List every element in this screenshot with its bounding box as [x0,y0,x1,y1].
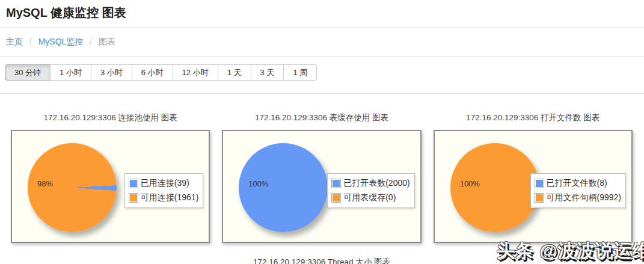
legend: 已打开表数(2000)可用表缓存(0) [327,173,414,208]
time-range-button[interactable]: 1 周 [283,64,317,81]
legend-label: 可用文件句柄(9992) [547,193,621,202]
watermark: 头条 @波波说运维 [497,239,644,263]
legend-swatch [129,179,138,188]
breadcrumb-separator: / [90,37,92,46]
chart-panel: 100% 已打开表数(2000)可用表缓存(0) [222,130,421,243]
chart-column: 172.16.20.129:3306 表缓存使用 图表 100% 已打开表数(2… [222,112,421,243]
next-chart-title-partial: 172.16.20.129:3306 Thread 大小 图表 [221,257,422,264]
chart-panel: 100% 已打开文件数(8)可用文件句柄(9992) [434,130,633,243]
time-range-button[interactable]: 6 小时 [132,64,173,81]
legend-label: 可用表缓存(0) [343,193,396,202]
time-range-group: 30 分钟1 小时3 小时6 小时12 小时1 天3 天1 周 [5,64,317,81]
pie-percent-label: 100% [248,179,268,188]
legend-swatch [332,194,340,202]
legend-item: 可用连接(1961) [129,193,198,202]
time-range-button[interactable]: 3 小时 [91,64,132,81]
legend-swatch [535,194,544,202]
breadcrumb-separator: / [29,37,32,46]
time-range-button[interactable]: 1 小时 [50,64,91,81]
time-range-button[interactable]: 30 分钟 [5,64,51,81]
page-header: MySQL 健康监控 图表 [0,0,644,28]
legend: 已打开文件数(8)可用文件句柄(9992) [530,173,626,208]
legend-swatch [332,179,340,188]
legend-item: 可用表缓存(0) [332,193,409,202]
legend-label: 已打开文件数(8) [547,179,607,188]
pie-percent-label: 100% [460,179,480,188]
legend-swatch [535,179,544,188]
breadcrumb: 主页 / MySQL监控 / 图表 [0,28,644,57]
legend-item: 可用文件句柄(9992) [535,193,621,202]
breadcrumb-current: 图表 [99,37,115,46]
legend-label: 可用连接(1961) [141,193,198,202]
time-range-button[interactable]: 3 天 [251,64,284,81]
charts-row: 172.16.20.129:3306 连接池使用 图表 98% 已用连接(39)… [11,112,633,243]
chart-title: 172.16.20.129:3306 表缓存使用 图表 [222,112,421,123]
time-range-button[interactable]: 1 天 [218,64,251,81]
pie-percent-label: 98% [37,179,53,188]
time-range-button[interactable]: 12 小时 [173,64,218,81]
chart-title: 172.16.20.129:3306 打开文件数 图表 [434,112,633,123]
breadcrumb-link-home[interactable]: 主页 [6,37,23,46]
page-title: MySQL 健康监控 图表 [6,5,638,21]
section-divider [0,93,644,94]
legend: 已用连接(39)可用连接(1961) [124,173,203,208]
chart-column: 172.16.20.129:3306 打开文件数 图表 100% 已打开文件数(… [434,112,633,243]
legend-item: 已打开表数(2000) [332,179,409,188]
breadcrumb-link-mysql-monitor[interactable]: MySQL监控 [38,37,84,46]
legend-swatch [129,194,138,202]
legend-label: 已打开表数(2000) [343,179,409,188]
chart-title: 172.16.20.129:3306 连接池使用 图表 [11,112,210,123]
chart-column: 172.16.20.129:3306 连接池使用 图表 98% 已用连接(39)… [11,112,210,243]
legend-item: 已打开文件数(8) [535,179,621,188]
legend-item: 已用连接(39) [129,179,198,188]
time-range-toolbar: 30 分钟1 小时3 小时6 小时12 小时1 天3 天1 周 [5,64,644,81]
legend-label: 已用连接(39) [141,179,189,188]
chart-panel: 98% 已用连接(39)可用连接(1961) [11,130,210,243]
